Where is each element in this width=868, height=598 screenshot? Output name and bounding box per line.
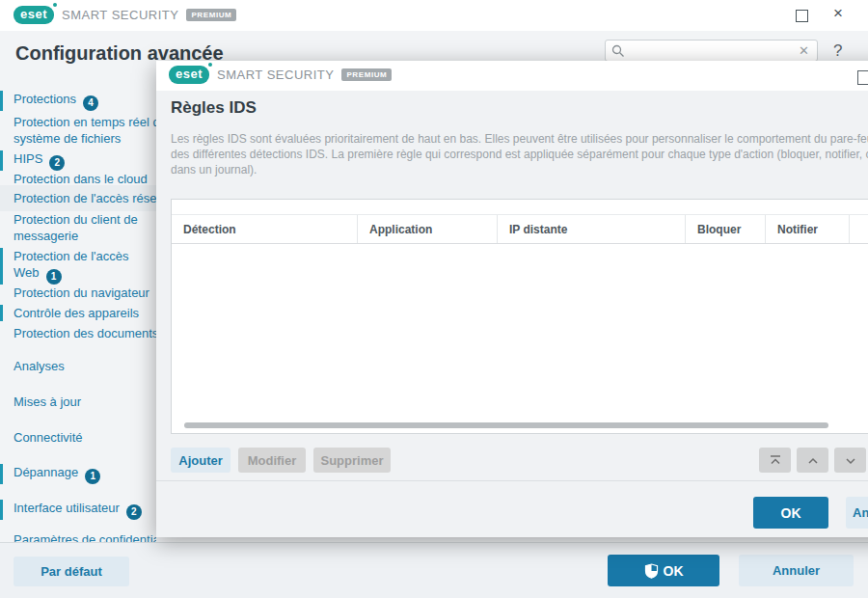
edition-badge: PREMIUM	[186, 9, 236, 21]
column-header-bloquer[interactable]: Bloquer	[686, 215, 766, 243]
move-top-button[interactable]	[759, 448, 791, 473]
sidebar-item-protection-acces-reseau[interactable]: Protection de l'accès réseau	[0, 185, 156, 211]
sidebar-item-protection-temps-reel[interactable]: Protection en temps réel du système de f…	[0, 114, 156, 147]
sidebar-item-protection-acces-web[interactable]: Protection de l'accès Web1	[0, 248, 156, 285]
dialog-title: Règles IDS	[171, 98, 257, 118]
eset-logo: eset	[169, 66, 209, 84]
sidebar-item-interface-utilisateur[interactable]: Interface utilisateur2	[0, 500, 156, 520]
column-header-detection[interactable]: Détection	[172, 215, 358, 243]
badge: 1	[85, 469, 100, 484]
dialog-footer: OK Annuler	[156, 481, 868, 537]
table-actions: Ajouter Modifier Supprimer	[156, 441, 868, 481]
uac-shield-icon	[644, 563, 659, 579]
sidebar-item-protection-client-messagerie[interactable]: Protection du client de messagerie	[0, 211, 156, 244]
move-up-button[interactable]	[797, 448, 828, 473]
badge: 2	[126, 504, 142, 520]
ids-rules-table[interactable]: Détection Application IP distante Bloque…	[171, 199, 868, 434]
ids-rules-dialog: eset SMART SECURITY PREMIUM Règles IDS L…	[156, 61, 868, 537]
eset-logo: eset	[14, 6, 54, 24]
badge: 2	[49, 155, 65, 171]
badge: 1	[46, 269, 62, 285]
table-header-row: Détection Application IP distante Bloque…	[172, 215, 868, 244]
sidebar-item-analyses[interactable]: Analyses	[0, 358, 156, 374]
column-header-extra[interactable]	[850, 215, 868, 243]
sidebar-item-protections[interactable]: Protections4	[0, 91, 156, 111]
maximize-icon[interactable]	[796, 10, 808, 22]
edit-button[interactable]: Modifier	[238, 448, 306, 473]
ok-button[interactable]: OK	[608, 555, 719, 586]
search-input[interactable]	[625, 44, 797, 58]
column-header-ip-distante[interactable]: IP distante	[498, 215, 686, 243]
product-name: SMART SECURITY	[217, 68, 334, 82]
sidebar-item-depannage[interactable]: Dépannage1	[0, 464, 156, 484]
app-window: eset SMART SECURITY PREMIUM × Configurat…	[0, 0, 868, 598]
main-titlebar: eset SMART SECURITY PREMIUM ×	[0, 0, 868, 31]
eset-brand: eset SMART SECURITY PREMIUM	[14, 6, 236, 24]
dialog-ok-button[interactable]: OK	[753, 497, 828, 529]
dialog-description: Les règles IDS sont évaluées prioritaire…	[171, 131, 868, 177]
column-header-application[interactable]: Application	[358, 215, 498, 243]
delete-button[interactable]: Supprimer	[313, 448, 391, 473]
help-icon[interactable]: ?	[833, 41, 842, 61]
close-icon[interactable]: ×	[828, 4, 848, 23]
clear-search-icon[interactable]: ✕	[797, 43, 811, 58]
edition-badge: PREMIUM	[341, 68, 392, 81]
default-button[interactable]: Par défaut	[14, 557, 129, 586]
product-name: SMART SECURITY	[62, 8, 178, 22]
chevron-down-icon	[844, 456, 857, 465]
search-icon	[611, 44, 625, 58]
column-header-notifier[interactable]: Notifier	[766, 215, 850, 243]
chevron-up-icon	[806, 456, 820, 465]
badge: 4	[83, 95, 98, 111]
dialog-cancel-button[interactable]: Annuler	[846, 497, 868, 529]
sidebar-item-mises-a-jour[interactable]: Mises à jour	[0, 394, 156, 410]
move-top-icon	[769, 454, 782, 466]
table-filter-row[interactable]	[172, 200, 868, 215]
sidebar-item-protection-documents[interactable]: Protection des documents	[0, 325, 156, 341]
sidebar-item-connectivite[interactable]: Connectivité	[0, 429, 156, 446]
search-box[interactable]: ✕	[605, 40, 818, 62]
move-down-button[interactable]	[834, 448, 866, 473]
horizontal-scrollbar[interactable]	[184, 422, 828, 428]
dialog-titlebar: eset SMART SECURITY PREMIUM	[156, 61, 868, 91]
maximize-icon[interactable]	[857, 70, 868, 85]
eset-brand: eset SMART SECURITY PREMIUM	[169, 66, 392, 84]
sidebar-item-hips[interactable]: HIPS2	[0, 150, 156, 171]
main-footer: Par défaut OK Annuler	[0, 542, 868, 598]
sidebar: Protections4 Protection en temps réel du…	[0, 83, 156, 542]
sidebar-item-controle-appareils[interactable]: Contrôle des appareils	[0, 305, 156, 321]
sidebar-item-protection-navigateur[interactable]: Protection du navigateur	[0, 285, 156, 301]
cancel-button[interactable]: Annuler	[739, 555, 854, 586]
add-button[interactable]: Ajouter	[171, 448, 231, 473]
